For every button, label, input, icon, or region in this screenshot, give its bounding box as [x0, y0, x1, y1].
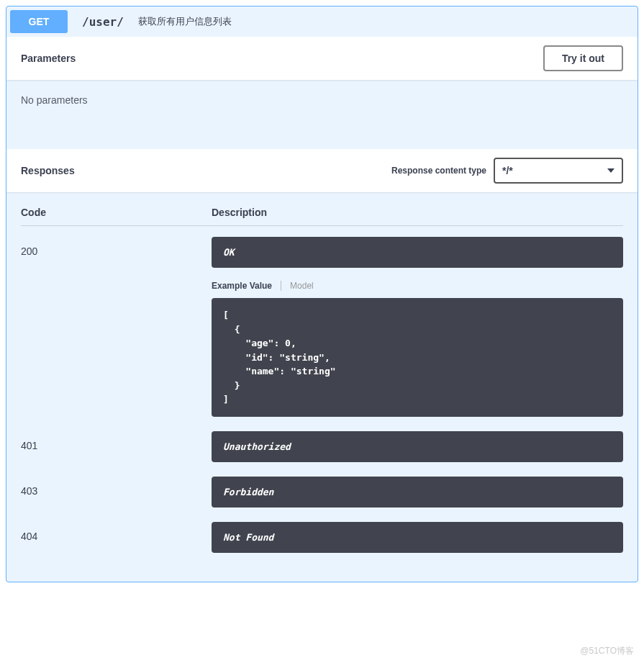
response-desc-col: OK Example Value Model [ { "age": 0, "id…: [212, 237, 623, 417]
response-desc-col: Unauthorized: [212, 431, 623, 462]
parameters-title: Parameters: [21, 53, 76, 64]
content-type-select-wrap: */*: [494, 158, 623, 184]
table-row: 404 Not Found: [21, 522, 623, 553]
response-code: 404: [21, 522, 212, 553]
table-row: 403 Forbidden: [21, 477, 623, 508]
no-parameters-text: No parameters: [21, 94, 623, 135]
operation-block: GET /user/ 获取所有用户信息列表 Parameters Try it …: [6, 6, 638, 582]
response-code: 200: [21, 237, 212, 417]
table-head: Code Description: [21, 207, 623, 226]
response-description: Unauthorized: [212, 431, 623, 462]
model-tabs: Example Value Model: [212, 281, 623, 291]
col-head-code: Code: [21, 207, 212, 218]
response-desc-col: Forbidden: [212, 477, 623, 508]
responses-table: Code Description 200 OK Example Value Mo…: [6, 192, 638, 582]
tab-divider: [281, 281, 281, 291]
content-type-select[interactable]: */*: [494, 158, 623, 184]
content-type-wrap: Response content type */*: [391, 158, 623, 184]
table-row: 200 OK Example Value Model [ { "age": 0,…: [21, 237, 623, 417]
operation-summary[interactable]: GET /user/ 获取所有用户信息列表: [6, 6, 638, 37]
tab-model[interactable]: Model: [290, 281, 314, 291]
response-description: Forbidden: [212, 477, 623, 508]
table-row: 401 Unauthorized: [21, 431, 623, 462]
parameters-header: Parameters Try it out: [6, 37, 638, 80]
http-method-badge: GET: [10, 10, 68, 33]
responses-title: Responses: [21, 165, 75, 176]
responses-header: Responses Response content type */*: [6, 149, 638, 192]
endpoint-description: 获取所有用户信息列表: [138, 15, 634, 28]
response-desc-col: Not Found: [212, 522, 623, 553]
endpoint-path: /user/: [75, 15, 131, 29]
try-it-out-button[interactable]: Try it out: [543, 45, 623, 71]
response-description: Not Found: [212, 522, 623, 553]
response-code: 403: [21, 477, 212, 508]
col-head-description: Description: [212, 207, 623, 218]
example-code-block[interactable]: [ { "age": 0, "id": "string", "name": "s…: [212, 298, 623, 417]
response-code: 401: [21, 431, 212, 462]
parameters-body: No parameters: [6, 80, 638, 149]
content-type-label: Response content type: [391, 166, 486, 176]
response-description: OK: [212, 237, 623, 268]
tab-example-value[interactable]: Example Value: [212, 281, 272, 291]
